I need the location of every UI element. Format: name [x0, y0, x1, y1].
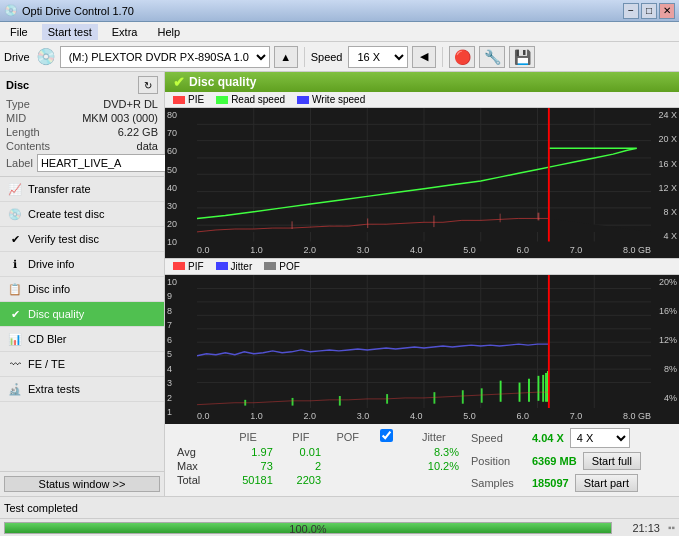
max-label: Max [173, 459, 219, 473]
sidebar-item-disc-info[interactable]: 📋 Disc info [0, 277, 164, 302]
sidebar-item-cd-bler[interactable]: 📊 CD Bler [0, 327, 164, 352]
stats-right: Speed 4.04 X 4 X Position 6369 MB Start … [471, 428, 671, 492]
sidebar-item-label: Drive info [28, 258, 74, 270]
svg-rect-18 [538, 213, 540, 221]
total-pie: 50181 [219, 473, 276, 487]
svg-rect-45 [538, 375, 540, 400]
sidebar-item-label: Extra tests [28, 383, 80, 395]
bottom-chart-svg [197, 275, 651, 409]
svg-rect-36 [292, 397, 294, 405]
legend-write-speed: Write speed [297, 94, 365, 105]
create-disc-icon: 💿 [8, 207, 22, 221]
top-chart: 80 70 60 50 40 30 20 10 24 X 20 X 16 X 1… [165, 108, 679, 258]
cd-bler-icon: 📊 [8, 332, 22, 346]
extra-tests-icon: 🔬 [8, 382, 22, 396]
sidebar-item-extra-tests[interactable]: 🔬 Extra tests [0, 377, 164, 402]
progress-icon: ▪▪ [668, 522, 675, 533]
start-full-btn[interactable]: Start full [583, 452, 641, 470]
verify-disc-icon: ✔ [8, 232, 22, 246]
svg-rect-42 [500, 380, 502, 401]
disc-icon-btn[interactable]: 🔴 [449, 46, 475, 68]
drive-label: Drive [4, 51, 30, 63]
top-chart-y-right: 24 X 20 X 16 X 12 X 8 X 4 X [651, 108, 679, 258]
sidebar-item-drive-info[interactable]: ℹ Drive info [0, 252, 164, 277]
speed-left-btn[interactable]: ◀ [412, 46, 436, 68]
save-btn[interactable]: 💾 [509, 46, 535, 68]
samples-value: 185097 [532, 477, 569, 489]
drive-icon: 💿 [36, 47, 56, 66]
avg-label: Avg [173, 445, 219, 459]
samples-label: Samples [471, 477, 526, 489]
col-jitter: Jitter [405, 428, 463, 445]
svg-rect-39 [433, 392, 435, 404]
legend-jitter-color [216, 262, 228, 270]
sidebar-item-disc-quality[interactable]: ✔ Disc quality [0, 302, 164, 327]
eject-button[interactable]: ▲ [274, 46, 298, 68]
speed-select[interactable]: 16 X [348, 46, 408, 68]
app-icon: 💿 [4, 4, 18, 17]
statusbar: Test completed [0, 496, 679, 518]
menubar: File Start test Extra Help [0, 22, 679, 42]
sidebar-item-label: Transfer rate [28, 183, 91, 195]
legend-pie: PIE [173, 94, 204, 105]
max-pie: 73 [219, 459, 276, 473]
max-jitter: 10.2% [405, 459, 463, 473]
menu-help[interactable]: Help [151, 24, 186, 40]
sidebar-item-transfer-rate[interactable]: 📈 Transfer rate [0, 177, 164, 202]
titlebar-title: Opti Drive Control 1.70 [22, 5, 134, 17]
disc-refresh-btn[interactable]: ↻ [138, 76, 158, 94]
mid-label: MID [6, 112, 26, 124]
menu-start-test[interactable]: Start test [42, 24, 98, 40]
status-text: Test completed [4, 502, 78, 514]
type-label: Type [6, 98, 30, 110]
total-pof [325, 473, 371, 487]
sidebar-item-label: Disc info [28, 283, 70, 295]
sidebar-item-label: CD Bler [28, 333, 67, 345]
close-button[interactable]: ✕ [659, 3, 675, 19]
contents-value: data [137, 140, 158, 152]
top-chart-y-left: 80 70 60 50 40 30 20 10 [165, 108, 197, 258]
label-input[interactable] [37, 154, 183, 172]
drive-select[interactable]: (M:) PLEXTOR DVDR PX-890SA 1.00 [60, 46, 270, 68]
toolbar: Drive 💿 (M:) PLEXTOR DVDR PX-890SA 1.00 … [0, 42, 679, 72]
progress-track: 100.0% [4, 522, 612, 534]
legend-pof: POF [264, 261, 300, 272]
chart-header: ✔ Disc quality [165, 72, 679, 92]
top-chart-svg [197, 108, 651, 242]
speed-select-stats[interactable]: 4 X [570, 428, 630, 448]
col-pif: PIF [277, 428, 325, 445]
sidebar-item-verify-test-disc[interactable]: ✔ Verify test disc [0, 227, 164, 252]
menu-extra[interactable]: Extra [106, 24, 144, 40]
sidebar-menu: 📈 Transfer rate 💿 Create test disc ✔ Ver… [0, 177, 164, 471]
avg-jitter: 8.3% [405, 445, 463, 459]
legend-write-color [297, 96, 309, 104]
speed-value: 4.04 X [532, 432, 564, 444]
svg-rect-15 [367, 218, 368, 228]
label-label: Label [6, 157, 33, 169]
contents-label: Contents [6, 140, 50, 152]
total-jitter [405, 473, 463, 487]
sidebar: Disc ↻ Type DVD+R DL MID MKM 003 (000) L… [0, 72, 165, 496]
bottom-chart-x-axis: 0.0 1.0 2.0 3.0 4.0 5.0 6.0 7.0 8.0 GB [197, 408, 651, 424]
status-window-btn[interactable]: Status window >> [4, 476, 160, 492]
svg-rect-40 [462, 390, 464, 403]
sidebar-item-fe-te[interactable]: 〰 FE / TE [0, 352, 164, 377]
legend-pif-label: PIF [188, 261, 204, 272]
legend-read-label: Read speed [231, 94, 285, 105]
start-part-btn[interactable]: Start part [575, 474, 638, 492]
maximize-button[interactable]: □ [641, 3, 657, 19]
sidebar-item-create-test-disc[interactable]: 💿 Create test disc [0, 202, 164, 227]
sidebar-item-label: FE / TE [28, 358, 65, 370]
legend-pif-color [173, 262, 185, 270]
chart-area: ✔ Disc quality PIE Read speed Write spee… [165, 72, 679, 496]
max-pif: 2 [277, 459, 325, 473]
progress-bar-area: 100.0% 21:13 ▪▪ [0, 518, 679, 536]
stats-table: PIE PIF POF Jitter Avg 1.97 [173, 428, 463, 492]
minimize-button[interactable]: − [623, 3, 639, 19]
length-value: 6.22 GB [118, 126, 158, 138]
sidebar-item-label: Verify test disc [28, 233, 99, 245]
jitter-checkbox[interactable] [380, 429, 393, 442]
svg-rect-44 [528, 378, 530, 401]
settings-btn[interactable]: 🔧 [479, 46, 505, 68]
menu-file[interactable]: File [4, 24, 34, 40]
